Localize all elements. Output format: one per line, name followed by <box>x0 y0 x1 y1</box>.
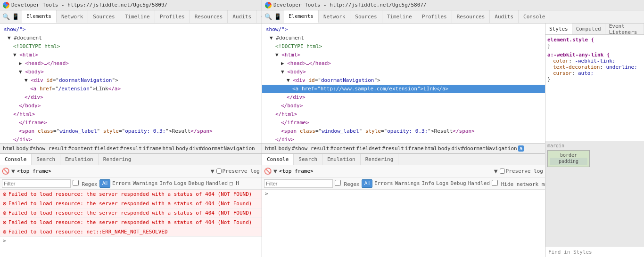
tab-elements-right[interactable]: Elements <box>284 10 319 23</box>
tab-console-left[interactable]: Console <box>256 10 262 23</box>
breadcrumb-item[interactable]: html <box>3 145 16 152</box>
console-message: ⊗ Failed to load resource: the server re… <box>0 209 262 218</box>
filter-hide-left[interactable]: □ H <box>230 180 239 186</box>
bottom-tab-rendering-right[interactable]: Rendering <box>361 154 399 165</box>
breadcrumb-item[interactable]: body <box>17 145 29 152</box>
filter-handled-left[interactable]: Handled <box>206 180 228 186</box>
filter-warnings-right[interactable]: Warnings <box>395 180 420 186</box>
left-console-messages: ⊗ Failed to load resource: the server re… <box>0 190 262 257</box>
box-model-area: margin border padding <box>545 141 644 247</box>
dom-line[interactable]: <a href="/extension">LInk</a> <box>0 85 262 93</box>
filter-logs-right[interactable]: Logs <box>436 180 449 186</box>
filter-handled-right[interactable]: Handled <box>468 180 490 186</box>
breadcrumb-item-active[interactable]: a <box>518 145 524 152</box>
filter-input-right[interactable] <box>264 179 333 188</box>
breadcrumb-item[interactable]: div#doormatNavigation <box>452 145 517 152</box>
filter-debug-right[interactable]: Debug <box>451 180 466 186</box>
mobile-icon-right[interactable]: 📱 <box>273 13 282 21</box>
search-icon-right[interactable]: 🔍 <box>264 13 272 21</box>
regex-checkbox-right[interactable] <box>335 180 341 186</box>
dropdown-icon-right[interactable]: ▼ <box>494 168 498 175</box>
filter-info-right[interactable]: Info <box>422 180 435 186</box>
dom-line-highlighted[interactable]: <a href="http://www.sample.com/extension… <box>262 85 545 93</box>
breadcrumb-item[interactable]: html <box>265 145 278 152</box>
bottom-tab-console-right[interactable]: Console <box>262 154 294 165</box>
breadcrumb-item[interactable]: iframe <box>143 145 162 152</box>
filter-warnings-left[interactable]: Warnings <box>133 180 158 186</box>
breadcrumb-item[interactable]: body <box>438 145 451 152</box>
filter-all-left[interactable]: All <box>99 179 110 188</box>
tab-resources-left[interactable]: Resources <box>190 10 228 23</box>
filter-input-left[interactable] <box>2 179 71 188</box>
breadcrumb-item[interactable]: html <box>163 145 175 152</box>
tab-audits-left[interactable]: Audits <box>228 10 256 23</box>
breadcrumb-item[interactable]: #result <box>382 145 404 152</box>
chrome-icon-right <box>265 2 272 8</box>
tab-timeline-right[interactable]: Timeline <box>382 10 417 23</box>
breadcrumb-item[interactable]: body <box>279 145 291 152</box>
filter-logs-left[interactable]: Logs <box>174 180 187 186</box>
funnel-icon-right[interactable]: ▼ <box>273 168 277 175</box>
filter-errors-right[interactable]: Errors <box>374 180 393 186</box>
styles-tab-computed[interactable]: Computed <box>572 24 605 34</box>
regex-label-right[interactable]: Regex <box>335 180 360 187</box>
tab-elements-left[interactable]: Elements <box>22 10 57 23</box>
breadcrumb-item[interactable]: div#doormatNavigation <box>190 145 255 152</box>
bottom-tab-rendering-left[interactable]: Rendering <box>99 154 137 165</box>
right-toolbar: 🔍 📱 Elements Network Sources Timeline Pr… <box>262 10 644 24</box>
breadcrumb-item[interactable]: #show-result <box>292 145 329 152</box>
box-model-border: border padding <box>547 150 590 167</box>
filter-all-right[interactable]: All <box>362 179 372 188</box>
styles-content: element.style { } a:-webkit-any-link { c… <box>545 35 644 141</box>
regex-checkbox-left[interactable] <box>73 180 79 186</box>
tab-audits-right[interactable]: Audits <box>490 10 519 23</box>
find-in-styles[interactable]: Find in Styles <box>545 247 644 257</box>
breadcrumb-item[interactable]: html <box>425 145 438 152</box>
mobile-icon-left[interactable]: 📱 <box>11 13 20 21</box>
no-icon-right[interactable]: 🚫 <box>264 168 272 175</box>
breadcrumb-item[interactable]: #result <box>120 145 141 152</box>
dropdown-icon-left[interactable]: ▼ <box>211 168 215 175</box>
filter-debug-left[interactable]: Debug <box>189 180 204 186</box>
bottom-tab-emulation-right[interactable]: Emulation <box>322 154 361 165</box>
right-console-messages: > <box>262 190 545 257</box>
breadcrumb-item[interactable]: body <box>176 145 189 152</box>
bottom-tab-emulation-left[interactable]: Emulation <box>60 154 99 165</box>
tab-network-right[interactable]: Network <box>319 10 350 23</box>
tab-timeline-left[interactable]: Timeline <box>120 10 155 23</box>
left-breadcrumb: html body #show-result #content fieldset… <box>0 143 262 153</box>
bottom-tab-search-left[interactable]: Search <box>32 154 60 165</box>
funnel-icon-left[interactable]: ▼ <box>11 168 15 175</box>
filter-errors-left[interactable]: Errors <box>112 180 131 186</box>
search-icon-left[interactable]: 🔍 <box>2 13 10 21</box>
regex-label-left[interactable]: Regex <box>73 180 98 187</box>
hide-network-checkbox-right[interactable] <box>492 180 498 186</box>
breadcrumb-item[interactable]: fieldset <box>356 145 381 152</box>
tab-profiles-right[interactable]: Profiles <box>417 10 452 23</box>
hide-network-label-right[interactable]: Hide network messages <box>492 180 545 187</box>
tab-console-right[interactable]: Console <box>519 10 550 23</box>
filter-info-left[interactable]: Info <box>160 180 173 186</box>
breadcrumb-item[interactable]: iframe <box>405 145 424 152</box>
tab-sources-left[interactable]: Sources <box>88 10 120 23</box>
tab-resources-right[interactable]: Resources <box>452 10 490 23</box>
styles-tab-event-listeners[interactable]: Event Listeners <box>605 24 644 34</box>
preserve-log-label-right[interactable]: Preserve log <box>500 168 543 174</box>
dom-line: ▼ #document <box>262 34 545 42</box>
tab-sources-right[interactable]: Sources <box>350 10 382 23</box>
breadcrumb-item[interactable]: #content <box>330 145 355 152</box>
no-icon-left[interactable]: 🚫 <box>2 168 9 175</box>
breadcrumb-item[interactable]: #content <box>68 145 93 152</box>
tab-profiles-left[interactable]: Profiles <box>155 10 190 23</box>
bottom-tab-console-left[interactable]: Console <box>0 154 32 165</box>
right-title: Developer Tools - http://jsfiddle.net/Ug… <box>273 2 427 8</box>
preserve-log-checkbox-left[interactable] <box>216 169 222 174</box>
bottom-tab-search-right[interactable]: Search <box>294 154 322 165</box>
breadcrumb-item[interactable]: fieldset <box>94 145 119 152</box>
styles-tab-styles[interactable]: Styles <box>545 24 572 34</box>
breadcrumb-item[interactable]: #show-result <box>30 145 67 152</box>
tab-network-left[interactable]: Network <box>57 10 88 23</box>
preserve-log-checkbox-right[interactable] <box>500 169 505 174</box>
preserve-log-label-left[interactable]: Preserve log <box>216 168 260 174</box>
left-tabs: Elements Network Sources Timeline Profil… <box>22 10 262 23</box>
